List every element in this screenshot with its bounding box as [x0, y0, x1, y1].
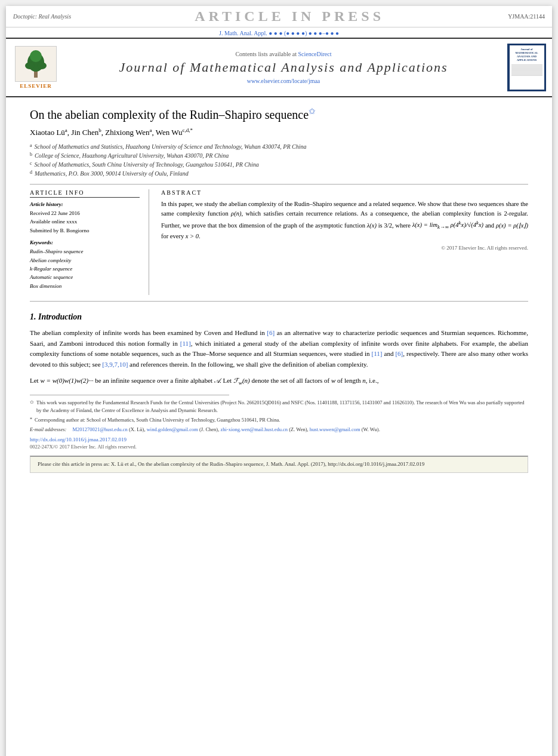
- submitted-by: Submitted by B. Bongiorno: [30, 226, 140, 235]
- svg-point-3: [37, 62, 47, 69]
- email-wu[interactable]: hust.wuwen@gmail.com: [310, 426, 360, 432]
- svg-point-4: [30, 50, 42, 62]
- doctopic-label: Doctopic: Real Analysis: [13, 13, 71, 20]
- footnote-star-symbol: ✩: [30, 399, 34, 414]
- citation-bar: Please cite this article in press as: X.…: [30, 456, 528, 473]
- journal-cover: Journal ofMATHEMATICALANALYSIS ANDAPPLIC…: [507, 44, 546, 91]
- main-divider: [30, 301, 528, 302]
- footnotes: ✩ This work was supported by the Fundame…: [30, 399, 528, 433]
- issn-line: 0022-247X/© 2017 Elsevier Inc. All right…: [30, 444, 528, 450]
- intro-paragraph-2: Let w = w(0)w(1)w(2)··· be an infinite s…: [30, 376, 528, 388]
- email-list: M201270021@hust.edu.cn (X. Lü), wind.gol…: [72, 426, 380, 434]
- top-bar: Doctopic: Real Analysis ARTICLE IN PRESS…: [6, 6, 552, 27]
- available-date: Available online xxxx: [30, 217, 140, 226]
- main-content: On the abelian complexity of the Rudin–S…: [6, 97, 552, 479]
- journal-title-block: Contents lists available at ScienceDirec…: [66, 51, 501, 84]
- abstract-heading: ABSTRACT: [161, 189, 528, 196]
- section-1-heading: 1. Introduction: [30, 312, 528, 322]
- doi-bottom[interactable]: http://dx.doi.org/10.1016/j.jmaa.2017.02…: [30, 437, 528, 442]
- keywords-section: Keywords: Rudin–Shapiro sequence Abelian…: [30, 239, 140, 290]
- keyword-5: Box dimension: [30, 282, 140, 290]
- sciencedirect-link[interactable]: ScienceDirect: [298, 51, 331, 57]
- copyright-line: © 2017 Elsevier Inc. All rights reserved…: [161, 245, 528, 251]
- journal-header: ELSEVIER Contents lists available at Sci…: [6, 39, 552, 97]
- keywords-list: Rudin–Shapiro sequence Abelian complexit…: [30, 247, 140, 290]
- keyword-2: Abelian complexity: [30, 256, 140, 265]
- abstract-text: In this paper, we study the abelian comp…: [161, 199, 528, 241]
- email-wen[interactable]: zhi-xiong.wen@mail.hust.edu.cn: [220, 426, 288, 432]
- journal-name: Journal of Mathematical Analysis and App…: [66, 60, 501, 75]
- keyword-3: k-Regular sequence: [30, 265, 140, 273]
- journal-url[interactable]: www.elsevier.com/locate/jmaa: [66, 78, 501, 84]
- footnote-corresponding-text: Corresponding author at: School of Mathe…: [35, 416, 280, 424]
- email-label: E-mail addresses:: [30, 426, 66, 434]
- footnote-star: ✩ This work was supported by the Fundame…: [30, 399, 528, 414]
- doi-line: J. Math. Anal. Appl. ● ● ● (● ● ● ●) ● ●…: [6, 27, 552, 39]
- keyword-1: Rudin–Shapiro sequence: [30, 247, 140, 256]
- footnote-divider: [30, 395, 229, 395]
- keywords-heading: Keywords:: [30, 239, 140, 245]
- doi-link[interactable]: http://dx.doi.org/10.1016/j.jmaa.2017.02…: [30, 437, 127, 442]
- footnote-star-text: This work was supported by the Fundament…: [36, 399, 528, 414]
- footnote-corresponding: * Corresponding author at: School of Mat…: [30, 416, 528, 424]
- keyword-4: Automatic sequence: [30, 273, 140, 281]
- contents-line: Contents lists available at ScienceDirec…: [66, 51, 501, 57]
- abstract-section: ABSTRACT In this paper, we study the abe…: [161, 189, 528, 295]
- citation-text: Please cite this article in press as: X.…: [38, 461, 424, 467]
- cover-title: Journal ofMATHEMATICALANALYSIS ANDAPPLIC…: [515, 48, 538, 62]
- svg-point-2: [25, 62, 35, 69]
- article-info-panel: ARTICLE INFO Article history: Received 2…: [30, 189, 149, 295]
- article-history: Article history: Received 22 June 2016 A…: [30, 201, 140, 235]
- article-info-heading: ARTICLE INFO: [30, 189, 140, 198]
- authors: Xiaotao Lüa, Jin Chenb, Zhixiong Wena, W…: [30, 127, 528, 137]
- elsevier-brand: ELSEVIER: [20, 83, 52, 89]
- article-title: On the abelian complexity of the Rudin–S…: [30, 106, 528, 122]
- article-id: YJMAA:21144: [508, 13, 545, 20]
- email-lu[interactable]: M201270021@hust.edu.cn: [72, 426, 127, 432]
- section-divider: [30, 184, 528, 185]
- footnote-asterisk-symbol: *: [30, 416, 32, 424]
- star-icon: ✩: [309, 107, 316, 116]
- elsevier-logo: ELSEVIER: [12, 46, 60, 89]
- email-chen[interactable]: wind.golden@gmail.com: [147, 426, 198, 432]
- affiliations: aSchool of Mathematics and Statistics, H…: [30, 142, 528, 178]
- article-in-press-label: ARTICLE IN PRESS: [195, 8, 384, 24]
- footnote-emails: E-mail addresses: M201270021@hust.edu.cn…: [30, 426, 528, 434]
- two-col-section: ARTICLE INFO Article history: Received 2…: [30, 189, 528, 295]
- intro-paragraph-1: The abelian complexity of infinite words…: [30, 328, 528, 370]
- history-heading: Article history:: [30, 201, 140, 207]
- logo-tree-svg: [18, 49, 54, 79]
- received-date: Received 22 June 2016: [30, 209, 140, 217]
